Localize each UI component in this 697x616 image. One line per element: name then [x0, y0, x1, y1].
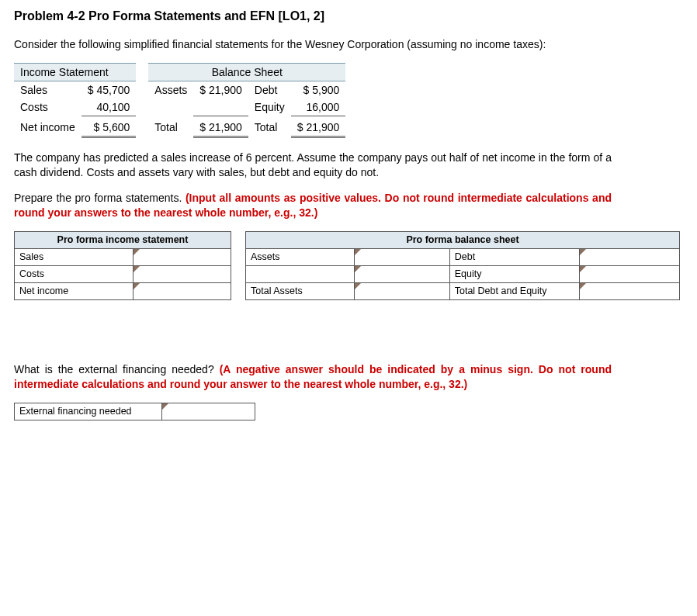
pro-forma-balance-table: Pro forma balance sheet Assets Debt Equi… — [245, 231, 680, 300]
sales-label: Sales — [14, 81, 81, 99]
input-marker-icon — [162, 403, 168, 410]
pf-income-header: Pro forma income statement — [15, 231, 231, 248]
pf-assets-input[interactable] — [355, 249, 449, 265]
equity-value: 16,000 — [291, 99, 346, 116]
assets-label: Assets — [148, 81, 193, 99]
pf-assets-label: Assets — [246, 248, 355, 265]
pro-forma-income-table: Pro forma income statement Sales Costs N… — [14, 231, 231, 300]
assets-value: $ 21,900 — [193, 81, 248, 99]
intro-text: Consider the following simplified financ… — [14, 37, 612, 52]
pf-netincome-input[interactable] — [134, 283, 231, 299]
input-marker-icon — [355, 266, 361, 272]
pf-totalassets-input[interactable] — [355, 283, 449, 299]
total-assets-value: $ 21,900 — [193, 119, 248, 137]
page-title: Problem 4-2 Pro Forma Statements and EFN… — [14, 9, 683, 23]
instructions-2: What is the external financing needed? (… — [14, 362, 612, 392]
total-liab-value: $ 21,900 — [291, 119, 346, 137]
pf-balance-header: Pro forma balance sheet — [246, 231, 680, 248]
pf-debt-label: Debt — [449, 248, 580, 265]
pf-blank-label — [246, 265, 355, 282]
pf-netincome-label: Net income — [15, 282, 134, 299]
debt-label: Debt — [248, 81, 291, 99]
pf-costs-input[interactable] — [134, 266, 231, 282]
input-marker-icon — [134, 266, 140, 272]
pf-blank-input[interactable] — [355, 266, 449, 282]
pf-equity-label: Equity — [449, 265, 580, 282]
given-statements-table: Income Statement Balance Sheet Sales $ 4… — [14, 63, 345, 139]
input-marker-icon — [355, 249, 361, 255]
costs-label: Costs — [14, 99, 81, 116]
debt-value: $ 5,900 — [291, 81, 346, 99]
efn-label: External financing needed — [15, 403, 162, 420]
input-marker-icon — [580, 249, 586, 255]
equity-label: Equity — [248, 99, 291, 116]
pf-totalde-input[interactable] — [580, 283, 679, 299]
sales-value: $ 45,700 — [81, 81, 137, 99]
input-marker-icon — [580, 283, 586, 289]
costs-value: 40,100 — [81, 99, 137, 116]
total-assets-label: Total — [148, 119, 193, 137]
income-stmt-header: Income Statement — [14, 63, 136, 81]
instructions-1: Prepare the pro forma statements. (Input… — [14, 191, 612, 220]
pf-equity-input[interactable] — [580, 266, 679, 282]
net-income-value: $ 5,600 — [81, 119, 137, 137]
efn-input[interactable] — [162, 403, 255, 420]
pf-costs-label: Costs — [15, 265, 134, 282]
balance-sheet-header: Balance Sheet — [148, 63, 345, 81]
assumptions-text: The company has predicted a sales increa… — [14, 151, 612, 180]
total-liab-label: Total — [248, 119, 291, 137]
efn-table: External financing needed — [14, 403, 255, 420]
input-marker-icon — [355, 283, 361, 289]
input-marker-icon — [134, 249, 140, 255]
pf-sales-input[interactable] — [134, 249, 231, 265]
pf-debt-input[interactable] — [580, 249, 679, 265]
pf-totalassets-label: Total Assets — [246, 282, 355, 299]
pf-sales-label: Sales — [15, 248, 134, 265]
pf-totalde-label: Total Debt and Equity — [449, 282, 580, 299]
input-marker-icon — [134, 283, 140, 289]
input-marker-icon — [580, 266, 586, 272]
net-income-label: Net income — [14, 119, 81, 137]
